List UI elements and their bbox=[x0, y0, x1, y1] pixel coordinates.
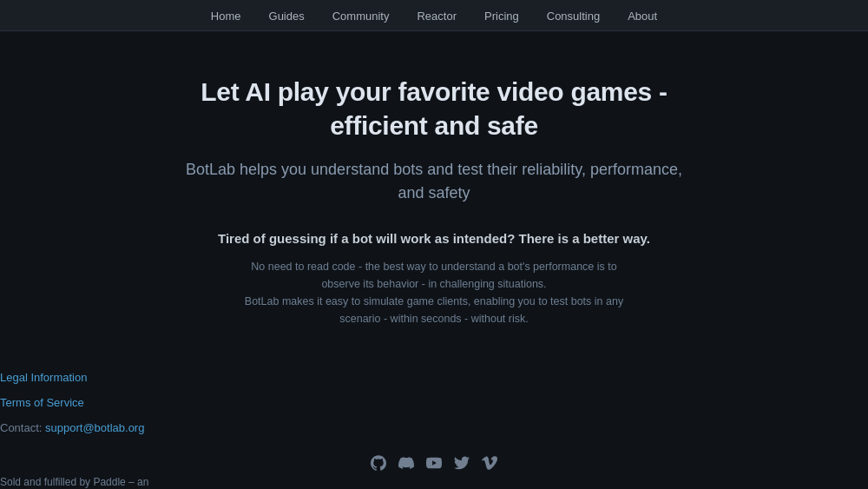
nav-item-reactor[interactable]: Reactor bbox=[417, 9, 457, 23]
main-nav: Home Guides Community Reactor Pricing Co… bbox=[0, 0, 868, 31]
nav-link-consulting[interactable]: Consulting bbox=[547, 10, 600, 23]
discord-link[interactable] bbox=[398, 455, 414, 474]
nav-item-consulting[interactable]: Consulting bbox=[547, 9, 600, 23]
nav-link-home[interactable]: Home bbox=[211, 10, 241, 23]
nav-item-home[interactable]: Home bbox=[211, 9, 241, 23]
github-icon bbox=[371, 455, 386, 471]
vimeo-icon bbox=[482, 455, 497, 471]
nav-link-about[interactable]: About bbox=[628, 10, 657, 23]
nav-link-community[interactable]: Community bbox=[332, 10, 390, 23]
main-content: Let AI play your favorite video games - … bbox=[0, 31, 868, 371]
nav-list: Home Guides Community Reactor Pricing Co… bbox=[211, 9, 657, 23]
contact-email-link[interactable]: support@botlab.org bbox=[45, 421, 144, 434]
legal-information-link[interactable]: Legal Information bbox=[0, 371, 868, 384]
hero-tagline: Tired of guessing if a bot will work as … bbox=[174, 231, 694, 246]
footer-left: Legal Information Terms of Service Conta… bbox=[0, 371, 868, 434]
nav-item-guides[interactable]: Guides bbox=[269, 9, 305, 23]
nav-link-guides[interactable]: Guides bbox=[269, 10, 305, 23]
nav-item-pricing[interactable]: Pricing bbox=[484, 9, 519, 23]
hero-description: No need to read code - the best way to u… bbox=[243, 258, 625, 327]
hero-subtitle: BotLab helps you understand bots and tes… bbox=[174, 158, 694, 205]
hero-title: Let AI play your favorite video games - … bbox=[174, 75, 694, 142]
twitter-icon bbox=[454, 455, 470, 471]
youtube-icon bbox=[426, 455, 442, 471]
nav-item-about[interactable]: About bbox=[628, 9, 657, 23]
contact-info: Contact: support@botlab.org bbox=[0, 421, 868, 434]
footer-right: Sold and fulfilled by Paddle – an author… bbox=[0, 474, 174, 489]
paddle-sold-text: Sold and fulfilled by Paddle – an author… bbox=[0, 474, 174, 489]
footer: Legal Information Terms of Service Conta… bbox=[0, 371, 868, 489]
terms-of-service-link[interactable]: Terms of Service bbox=[0, 396, 868, 409]
footer-social-section bbox=[0, 434, 868, 474]
youtube-link[interactable] bbox=[426, 455, 442, 474]
hero-desc-line2: BotLab makes it easy to simulate game cl… bbox=[245, 295, 623, 325]
contact-label: Contact: bbox=[0, 421, 42, 434]
hero-section: Let AI play your favorite video games - … bbox=[0, 31, 868, 354]
github-link[interactable] bbox=[371, 455, 386, 474]
vimeo-link[interactable] bbox=[482, 455, 497, 474]
discord-icon bbox=[398, 455, 414, 471]
twitter-link[interactable] bbox=[454, 455, 470, 474]
social-links bbox=[371, 455, 497, 474]
hero-desc-line1: No need to read code - the best way to u… bbox=[251, 261, 616, 290]
nav-link-reactor[interactable]: Reactor bbox=[417, 10, 457, 23]
nav-item-community[interactable]: Community bbox=[332, 9, 390, 23]
nav-link-pricing[interactable]: Pricing bbox=[484, 10, 519, 23]
